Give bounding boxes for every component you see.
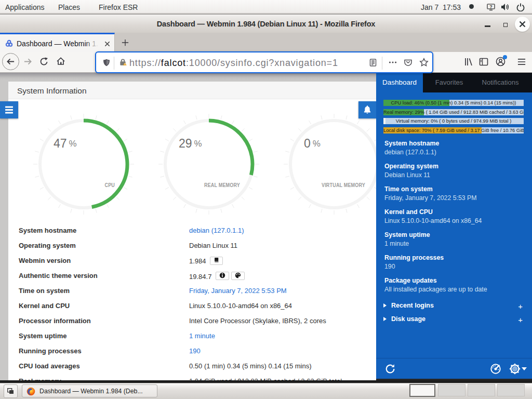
svg-text:?: ? (489, 4, 493, 9)
